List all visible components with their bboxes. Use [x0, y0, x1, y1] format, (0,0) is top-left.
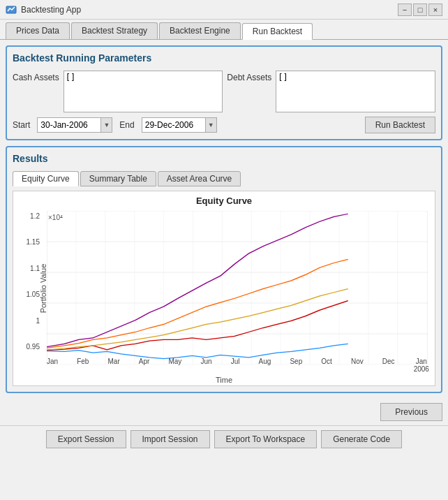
x-tick-aug: Aug — [259, 358, 271, 373]
params-section: Backtest Running Parameters Cash Assets … — [6, 45, 442, 140]
bottom-bar: Previous — [0, 399, 448, 425]
end-label: End — [119, 120, 134, 130]
x-tick-jan: Jan — [47, 358, 58, 373]
import-session-button[interactable]: Import Session — [130, 430, 210, 448]
x-tick-nov: Nov — [351, 358, 364, 373]
y-tick-4: 1.1 — [30, 265, 40, 272]
titlebar-left: Backtesting App — [6, 4, 81, 15]
debt-assets-label: Debt Assets — [227, 71, 271, 82]
start-date-wrap: ▼ — [37, 117, 112, 133]
start-date-input[interactable] — [38, 118, 100, 132]
footer-bar: Export Session Import Session Export To … — [0, 425, 448, 453]
y-tick-2: 1 — [36, 317, 40, 325]
inner-tab-bar: Equity Curve Summary Table Asset Area Cu… — [13, 171, 435, 186]
window-title: Backtesting App — [21, 5, 81, 15]
x-tick-jan2006: Jan2006 — [414, 358, 429, 373]
params-grid: Cash Assets [] Debt Assets [] — [13, 71, 435, 112]
y-tick-5: 1.15 — [27, 238, 40, 246]
close-button[interactable]: × — [428, 3, 442, 16]
tab-prices-data[interactable]: Prices Data — [6, 22, 70, 39]
minimize-button[interactable]: − — [398, 3, 412, 16]
end-date-wrap: ▼ — [142, 117, 217, 133]
x-tick-dec: Dec — [382, 358, 395, 373]
results-section: Results Equity Curve Summary Table Asset… — [6, 146, 442, 393]
start-date-arrow[interactable]: ▼ — [100, 118, 112, 132]
tab-backtest-strategy[interactable]: Backtest Strategy — [71, 22, 158, 39]
tab-summary-table[interactable]: Summary Table — [80, 171, 156, 186]
results-title: Results — [13, 153, 435, 164]
previous-button[interactable]: Previous — [380, 403, 442, 421]
equity-curve-chart: ×10⁴ Portfolio Value Equity Curve 1.2 1.… — [13, 191, 435, 386]
window-controls: − □ × — [398, 3, 442, 16]
chart-title: Equity Curve — [13, 196, 435, 206]
cash-assets-label: Cash Assets — [13, 71, 59, 82]
app-icon — [6, 4, 17, 15]
x-tick-jul: Jul — [231, 358, 240, 373]
y-tick-6: 1.2 — [30, 212, 40, 220]
curve-red — [47, 301, 348, 351]
x-tick-sep: Sep — [290, 358, 302, 373]
tab-asset-area-curve[interactable]: Asset Area Curve — [158, 171, 241, 186]
export-workspace-button[interactable]: Export To Workspace — [214, 430, 318, 448]
y-scale: 1.2 1.15 1.1 1.05 1 0.95 — [13, 212, 43, 351]
x-ticks: Jan Feb Mar Apr May Jun Jul Aug Sep Oct … — [47, 358, 429, 373]
end-date-arrow[interactable]: ▼ — [205, 118, 216, 132]
x-tick-jun: Jun — [200, 358, 211, 373]
x-tick-mar: Mar — [108, 358, 120, 373]
tab-run-backtest[interactable]: Run Backtest — [242, 23, 313, 40]
cash-assets-input[interactable]: [] — [64, 71, 223, 112]
x-tick-apr: Apr — [139, 358, 150, 373]
run-backtest-button[interactable]: Run Backtest — [365, 117, 435, 133]
y-tick-3: 1.05 — [27, 291, 40, 298]
end-date-input[interactable] — [142, 118, 205, 132]
export-session-button[interactable]: Export Session — [46, 430, 126, 448]
titlebar: Backtesting App − □ × — [0, 0, 448, 20]
curve-gold — [47, 289, 348, 350]
main-content: Backtest Running Parameters Cash Assets … — [0, 40, 448, 399]
chart-svg — [47, 211, 428, 365]
y-tick-1: 0.95 — [27, 343, 40, 351]
x-tick-may: May — [168, 358, 181, 373]
debt-assets-input[interactable]: [] — [276, 71, 435, 112]
x-tick-oct: Oct — [321, 358, 332, 373]
curve-orange — [47, 259, 348, 348]
start-label: Start — [13, 120, 30, 130]
x-axis-label: Time — [13, 376, 435, 384]
generate-code-button[interactable]: Generate Code — [321, 430, 402, 448]
main-tab-bar: Prices Data Backtest Strategy Backtest E… — [0, 20, 448, 40]
params-title: Backtest Running Parameters — [13, 52, 435, 64]
maximize-button[interactable]: □ — [413, 3, 427, 16]
tab-equity-curve[interactable]: Equity Curve — [13, 171, 79, 186]
date-row: Start ▼ End ▼ Run Backtest — [13, 117, 435, 133]
tab-backtest-engine[interactable]: Backtest Engine — [159, 22, 241, 39]
x-tick-feb: Feb — [77, 358, 89, 373]
